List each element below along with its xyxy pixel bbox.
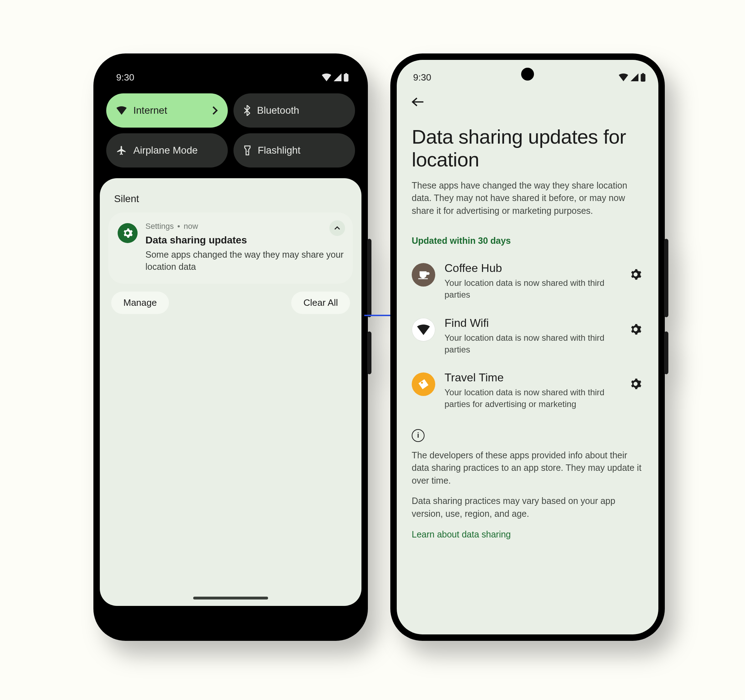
back-button[interactable] xyxy=(412,97,426,108)
info-text-1: The developers of these apps provided in… xyxy=(412,449,643,487)
svg-rect-2 xyxy=(640,74,645,82)
coffee-app-icon xyxy=(412,263,435,287)
section-header: Updated within 30 days xyxy=(412,236,643,246)
qs-tile-internet[interactable]: Internet xyxy=(106,93,228,128)
signal-icon xyxy=(334,73,341,81)
quick-settings-grid: Internet Bluetooth Airplane Mode Flashli… xyxy=(100,85,362,178)
qs-tile-bluetooth[interactable]: Bluetooth xyxy=(233,93,355,128)
qs-tile-label: Internet xyxy=(133,105,167,116)
collapse-notification-button[interactable] xyxy=(329,220,345,236)
battery-icon xyxy=(640,73,646,82)
qs-tile-airplane[interactable]: Airplane Mode xyxy=(106,133,228,168)
camera-punch-hole xyxy=(521,68,534,81)
app-name: Coffee Hub xyxy=(444,262,618,275)
gear-icon xyxy=(630,268,642,281)
app-description: Your location data is now shared with th… xyxy=(444,277,618,301)
gear-icon xyxy=(630,323,642,335)
info-text-2: Data sharing practices may vary based on… xyxy=(412,495,643,520)
app-settings-button[interactable] xyxy=(628,266,643,282)
gear-icon xyxy=(630,378,642,390)
arrow-left-icon xyxy=(412,97,424,107)
notification-shade-panel: Silent Settings • now Data sharing updat… xyxy=(100,178,362,606)
status-time: 9:30 xyxy=(413,72,431,83)
airplane-icon xyxy=(116,145,127,156)
svg-rect-1 xyxy=(346,73,347,74)
status-bar: 9:30 xyxy=(100,60,362,85)
app-row-find-wifi[interactable]: Find Wifi Your location data is now shar… xyxy=(412,317,643,355)
volume-button xyxy=(367,239,371,317)
status-time: 9:30 xyxy=(116,72,135,83)
app-name: Find Wifi xyxy=(444,317,618,330)
app-description: Your location data is now shared with th… xyxy=(444,386,618,410)
notification-app-name: Settings xyxy=(145,222,174,231)
page-title: Data sharing updates for location xyxy=(412,126,643,171)
tag-icon xyxy=(417,378,429,390)
wifi-icon xyxy=(417,325,430,335)
bluetooth-icon xyxy=(244,105,251,116)
qs-tile-label: Bluetooth xyxy=(257,105,299,116)
notification-title: Data sharing updates xyxy=(145,235,344,246)
app-row-coffee-hub[interactable]: Coffee Hub Your location data is now sha… xyxy=(412,262,643,301)
qs-tile-flashlight[interactable]: Flashlight xyxy=(233,133,355,168)
app-row-travel-time[interactable]: Travel Time Your location data is now sh… xyxy=(412,371,643,410)
svg-point-4 xyxy=(421,382,423,384)
phone-detail-page: 9:30 Data sharing updates for location T… xyxy=(390,54,665,641)
notification-card[interactable]: Settings • now Data sharing updates Some… xyxy=(108,212,353,284)
wifi-icon xyxy=(618,73,628,81)
wifi-icon xyxy=(322,73,332,81)
notification-time: now xyxy=(184,222,198,231)
chevron-right-icon xyxy=(212,106,218,115)
home-handle[interactable] xyxy=(193,597,268,600)
learn-more-link[interactable]: Learn about data sharing xyxy=(412,529,643,540)
power-button xyxy=(664,332,668,374)
chevron-up-icon xyxy=(334,226,340,230)
wifi-icon xyxy=(116,106,127,115)
info-block: i The developers of these apps provided … xyxy=(412,429,643,540)
volume-button xyxy=(664,239,668,317)
qs-tile-label: Airplane Mode xyxy=(133,145,198,156)
clear-all-button[interactable]: Clear All xyxy=(291,292,350,314)
power-button xyxy=(367,332,371,374)
travel-app-icon xyxy=(412,372,435,396)
qs-tile-label: Flashlight xyxy=(258,145,301,156)
info-icon: i xyxy=(412,429,425,442)
signal-icon xyxy=(631,73,639,81)
notification-body: Some apps changed the way they may share… xyxy=(145,249,344,273)
coffee-cup-icon xyxy=(417,270,429,280)
wifi-app-icon xyxy=(412,318,435,341)
app-settings-button[interactable] xyxy=(628,322,643,337)
flashlight-icon xyxy=(244,145,251,156)
page-description: These apps have changed the way they sha… xyxy=(412,179,643,217)
status-icons xyxy=(322,73,349,82)
settings-app-icon xyxy=(118,223,138,243)
gear-icon xyxy=(122,228,133,238)
app-description: Your location data is now shared with th… xyxy=(444,332,618,355)
battery-icon xyxy=(344,73,349,82)
svg-rect-0 xyxy=(344,74,348,82)
svg-rect-3 xyxy=(642,73,644,74)
phone-notification-shade: 9:30 Internet Bluetooth xyxy=(93,54,368,641)
app-name: Travel Time xyxy=(444,371,618,384)
app-settings-button[interactable] xyxy=(628,376,643,392)
manage-notifications-button[interactable]: Manage xyxy=(111,292,169,314)
section-silent: Silent xyxy=(108,190,353,212)
status-icons xyxy=(618,73,646,82)
